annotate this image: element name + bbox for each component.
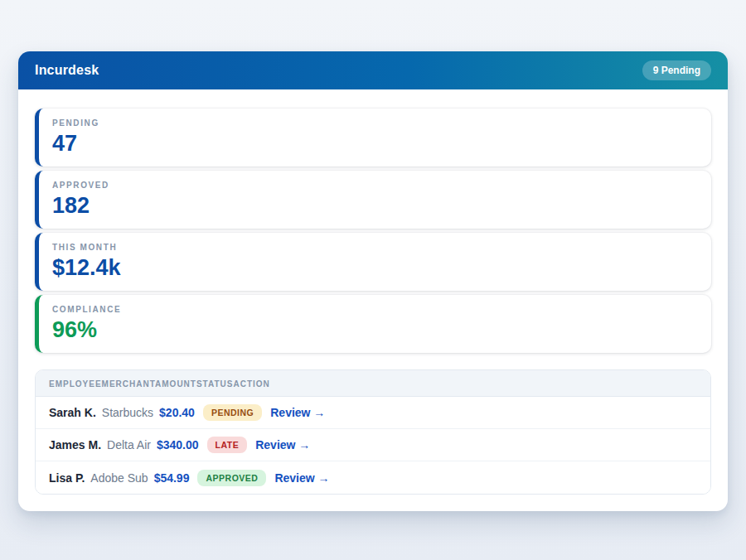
merchant-name: Adobe Sub (90, 471, 148, 485)
stat-label: THIS MONTH (52, 243, 698, 252)
column-header-action: ACTION (233, 379, 269, 389)
table-row: Sarah K. Starbucks $20.40 PENDING Review… (36, 397, 710, 429)
merchant-name: Starbucks (102, 406, 153, 419)
stat-value: $12.4k (52, 255, 698, 281)
column-header-merchant: MERCHANT (102, 379, 155, 389)
app-header: Incurdesk 9 Pending (18, 51, 728, 89)
stat-card-compliance: COMPLIANCE 96% (35, 295, 711, 353)
expense-amount: $340.00 (157, 438, 199, 451)
employee-name: James M. (49, 438, 101, 451)
pending-count-badge: 9 Pending (642, 60, 711, 80)
column-header-amount: AMOUNT (155, 379, 196, 389)
expense-amount: $20.40 (159, 406, 195, 419)
table-header-row: EMPLOYEEMERCHANTAMOUNTSTATUSACTION (36, 370, 710, 397)
table-row: James M. Delta Air $340.00 LATE Review → (36, 429, 710, 461)
stat-card-approved: APPROVED 182 (35, 171, 711, 229)
stat-label: PENDING (52, 118, 698, 128)
review-link[interactable]: Review → (270, 406, 325, 419)
column-header-status: STATUS (196, 379, 234, 389)
stat-card-this-month: THIS MONTH $12.4k (35, 233, 711, 291)
stat-card-pending: PENDING 47 (35, 109, 711, 167)
stat-label: COMPLIANCE (52, 305, 698, 314)
employee-name: Sarah K. (49, 406, 96, 419)
merchant-name: Delta Air (107, 438, 151, 451)
status-badge: LATE (207, 437, 248, 453)
employee-name: Lisa P. (49, 471, 85, 485)
panel-body: PENDING 47 APPROVED 182 THIS MONTH $12.4… (18, 89, 728, 511)
incurdesk-panel: Incurdesk 9 Pending PENDING 47 APPROVED … (18, 51, 728, 511)
app-title: Incurdesk (35, 63, 99, 78)
stat-value: 96% (52, 317, 698, 343)
status-badge: PENDING (203, 404, 262, 421)
expense-amount: $54.99 (154, 471, 190, 485)
review-link[interactable]: Review → (255, 438, 310, 451)
stat-label: APPROVED (52, 181, 698, 190)
table-row: Lisa P. Adobe Sub $54.99 APPROVED Review… (36, 461, 710, 494)
stat-value: 47 (52, 131, 698, 157)
expense-table: EMPLOYEEMERCHANTAMOUNTSTATUSACTION Sarah… (35, 369, 711, 495)
status-badge: APPROVED (197, 470, 266, 486)
stat-value: 182 (52, 193, 698, 219)
column-header-employee: EMPLOYEE (49, 379, 102, 389)
review-link[interactable]: Review → (274, 471, 329, 485)
